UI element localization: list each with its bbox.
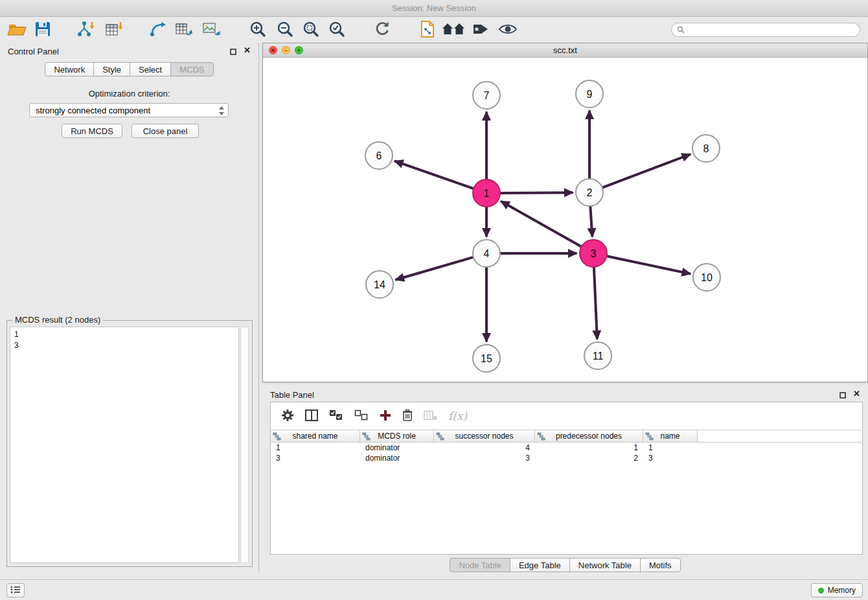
graph-node-8[interactable]: 8	[692, 135, 720, 162]
table-cell[interactable]: dominator	[360, 443, 434, 453]
deselect-all-button[interactable]	[354, 410, 369, 423]
zoom-selected-icon	[328, 21, 345, 40]
graph-node-15[interactable]: 15	[473, 345, 500, 372]
graph-edge-1-2[interactable]	[500, 192, 572, 193]
graph-node-3[interactable]: 3	[580, 240, 607, 267]
show-columns-button[interactable]	[305, 410, 318, 423]
graph-edge-3-10[interactable]	[607, 256, 690, 273]
zoom-out-button[interactable]	[273, 19, 297, 41]
column-header-successor-nodes[interactable]: successor nodes	[434, 430, 535, 442]
graph-node-1[interactable]: 1	[473, 179, 500, 207]
maximize-window-icon[interactable]: +	[295, 46, 303, 54]
mcds-result-text[interactable]: 13	[10, 327, 239, 563]
close-panel-button[interactable]: Close panel	[131, 124, 199, 138]
graph-node-14[interactable]: 14	[366, 271, 393, 298]
table-settings-button[interactable]	[281, 409, 294, 424]
result-scrollbar[interactable]	[240, 327, 249, 563]
table-row[interactable]: 3dominator323	[271, 453, 862, 463]
fx-icon: f(x)	[448, 410, 467, 422]
function-builder-button[interactable]: f(x)	[448, 410, 467, 422]
table-cell[interactable]: 3	[643, 453, 698, 463]
graph-edge-2-3[interactable]	[590, 206, 592, 236]
control-tab-style[interactable]: Style	[93, 62, 130, 76]
graph-edge-3-1[interactable]	[502, 202, 582, 246]
svg-text:4: 4	[484, 248, 490, 259]
network-canvas[interactable]: 7968124314101511	[263, 58, 867, 382]
column-header-label: predecessor nodes	[556, 432, 622, 441]
open-session-button[interactable]	[5, 19, 29, 41]
show-hide-button[interactable]	[496, 19, 520, 41]
table-cell[interactable]: 4	[434, 443, 535, 453]
plus-icon	[380, 410, 391, 423]
network-window-titlebar[interactable]: ✕ − + scc.txt	[263, 43, 867, 58]
search-input[interactable]	[688, 24, 860, 36]
run-mcds-button[interactable]: Run MCDS	[62, 124, 122, 138]
optimization-dropdown[interactable]: strongly connected component	[29, 103, 229, 117]
graph-edge-2-8[interactable]	[602, 155, 690, 188]
import-network-button[interactable]	[74, 19, 97, 41]
memory-button[interactable]: Memory	[811, 583, 863, 597]
graph-edge-3-11[interactable]	[594, 267, 597, 338]
import-table-button[interactable]	[102, 19, 126, 41]
refresh-icon	[374, 21, 391, 40]
search-field[interactable]	[671, 23, 860, 37]
table-row[interactable]: 1dominator411	[271, 443, 862, 453]
graph-node-2[interactable]: 2	[576, 179, 603, 206]
table-tab-edge-table[interactable]: Edge Table	[510, 558, 570, 572]
style-tag-icon	[472, 21, 489, 39]
import-table-icon	[105, 21, 123, 40]
zoom-in-button[interactable]	[246, 19, 269, 41]
graph-node-4[interactable]: 4	[473, 240, 500, 267]
open-document-button[interactable]	[416, 19, 439, 41]
table-tab-motifs[interactable]: Motifs	[640, 558, 681, 572]
table-cell[interactable]: 1	[271, 443, 360, 453]
float-table-panel-icon[interactable]	[839, 391, 846, 400]
mcds-result-title: MCDS result (2 nodes)	[12, 315, 103, 325]
graph-edge-1-6[interactable]	[396, 161, 474, 189]
window-titlebar[interactable]: Session: New Session	[0, 0, 868, 17]
column-header-predecessor-nodes[interactable]: predecessor nodes	[535, 430, 643, 442]
graph-node-10[interactable]: 10	[693, 264, 720, 291]
table-cell[interactable]: dominator	[360, 453, 434, 463]
table-cell[interactable]: 1	[643, 443, 698, 453]
save-floppy-icon	[34, 21, 51, 40]
zoom-fit-button[interactable]	[299, 19, 323, 41]
column-header-MCDS-role[interactable]: MCDS role	[360, 430, 434, 442]
control-tab-mcds[interactable]: MCDS	[170, 62, 213, 76]
table-cell[interactable]: 3	[271, 453, 360, 463]
control-tab-network[interactable]: Network	[45, 62, 94, 76]
graph-node-7[interactable]: 7	[473, 82, 500, 109]
column-sort-icon	[273, 432, 281, 443]
close-window-icon[interactable]: ✕	[269, 46, 277, 54]
column-header-shared-name[interactable]: shared name	[271, 430, 360, 442]
refresh-layout-button[interactable]	[371, 19, 394, 41]
export-table-button[interactable]	[172, 19, 196, 41]
table-cell[interactable]: 2	[535, 453, 643, 463]
graph-edge-4-14[interactable]	[396, 257, 474, 280]
task-history-button[interactable]	[6, 583, 25, 597]
column-sort-icon	[645, 432, 654, 443]
graph-node-11[interactable]: 11	[584, 342, 611, 369]
table-cell[interactable]: 3	[434, 453, 535, 463]
close-panel-icon[interactable]: ✕	[244, 45, 251, 55]
close-table-panel-icon[interactable]: ✕	[853, 389, 860, 398]
export-image-button[interactable]	[200, 19, 223, 41]
save-session-button[interactable]	[31, 19, 54, 41]
graph-node-9[interactable]: 9	[576, 80, 603, 108]
control-tab-select[interactable]: Select	[130, 62, 171, 76]
delete-table-button[interactable]	[424, 410, 437, 422]
network-from-selection-button[interactable]	[146, 19, 170, 41]
delete-column-button[interactable]	[402, 409, 413, 423]
minimize-window-icon[interactable]: −	[282, 46, 290, 54]
table-cell[interactable]: 1	[535, 443, 643, 453]
table-tab-node-table[interactable]: Node Table	[450, 558, 510, 572]
graph-node-6[interactable]: 6	[365, 142, 393, 169]
select-all-button[interactable]	[329, 410, 343, 423]
add-column-button[interactable]	[380, 410, 391, 423]
home-layout-button[interactable]	[442, 19, 465, 41]
table-tab-network-table[interactable]: Network Table	[569, 558, 641, 572]
column-header-name[interactable]: name	[643, 430, 698, 442]
float-panel-icon[interactable]	[230, 47, 236, 57]
zoom-selected-button[interactable]	[325, 19, 348, 41]
style-badge-button[interactable]	[469, 19, 492, 41]
